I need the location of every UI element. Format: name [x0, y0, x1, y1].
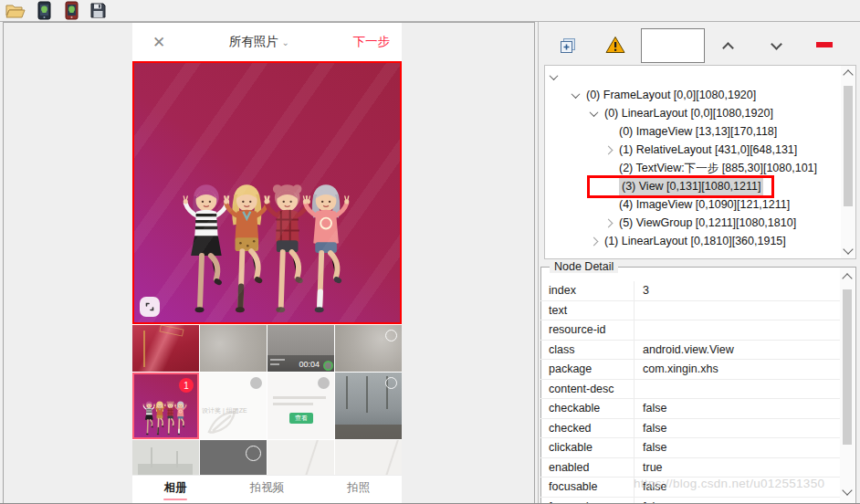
- expand-crop-icon[interactable]: [140, 297, 160, 317]
- tree-chevron-icon[interactable]: [590, 236, 599, 246]
- tree-node-imageview[interactable]: (0) ImageView [13,13][170,118]: [545, 122, 840, 141]
- view-button-art: 查看: [289, 413, 313, 424]
- scroll-down-icon[interactable]: [843, 244, 853, 254]
- open-folder-icon[interactable]: [5, 3, 26, 18]
- photo-thumbnail[interactable]: [132, 440, 199, 475]
- navigate-up-icon[interactable]: [722, 42, 734, 54]
- node-detail-title: Node Detail: [550, 260, 618, 273]
- selected-photo-thumbnail[interactable]: 1: [132, 373, 199, 439]
- video-duration: 00:04: [299, 360, 320, 369]
- video-thumbnail[interactable]: 00:04: [267, 325, 334, 372]
- tree-node-root[interactable]: [545, 68, 840, 86]
- panel-divider[interactable]: [538, 22, 539, 504]
- video-badge-icon: [323, 361, 333, 371]
- photo-thumbnail[interactable]: [132, 325, 199, 372]
- chevron-down-icon: ⌄: [282, 37, 289, 47]
- selected-node-highlight: [587, 175, 774, 198]
- detail-scrollbar[interactable]: [840, 268, 855, 503]
- device-screenshot-alt-icon[interactable]: [63, 1, 80, 20]
- select-circle-icon[interactable]: [246, 446, 261, 461]
- detail-row-checkable[interactable]: checkablefalse: [540, 399, 840, 419]
- view-hierarchy-tree: (0) FrameLayout [0,0][1080,1920] (0) Lin…: [544, 65, 856, 259]
- photo-thumbnail[interactable]: [200, 325, 267, 372]
- scroll-down-icon[interactable]: [842, 485, 852, 495]
- scrollbar-thumb[interactable]: [844, 86, 853, 206]
- photo-picker-header: ✕ 所有照片 ⌄ 下一步: [132, 23, 402, 61]
- tree-chevron-icon[interactable]: [550, 71, 559, 80]
- detail-row-text[interactable]: text: [540, 301, 840, 321]
- tab-shoot-video[interactable]: 拍视频: [250, 480, 285, 500]
- tree-scrollbar[interactable]: [841, 66, 855, 258]
- photo-grid-row-3: [132, 440, 402, 475]
- album-title[interactable]: 所有照片 ⌄: [165, 34, 352, 50]
- tree-node-linearlayout-2[interactable]: (1) LinearLayout [0,1810][360,1915]: [545, 232, 840, 250]
- save-icon[interactable]: [90, 3, 106, 18]
- detail-row-package[interactable]: packagecom.xingin.xhs: [540, 360, 840, 380]
- select-circle-icon[interactable]: [385, 330, 397, 341]
- scrollbar-thumb[interactable]: [843, 289, 852, 445]
- tab-take-photo[interactable]: 拍照: [347, 480, 371, 500]
- photo-thumbnail[interactable]: [200, 440, 267, 475]
- photo-thumbnail[interactable]: [335, 373, 402, 439]
- photo-gradient: [134, 63, 400, 322]
- node-detail-table: index3 text resource-id classandroid.vie…: [540, 281, 840, 504]
- csdn-watermark: https://blog.csdn.net/u012551350: [634, 477, 824, 490]
- photo-thumbnail[interactable]: [335, 440, 402, 475]
- detail-row-index[interactable]: index3: [540, 281, 840, 301]
- tree-chevron-icon[interactable]: [590, 108, 599, 117]
- photo-grid-row-2: 1 设计奖 | 组团ZE 查看: [132, 373, 402, 439]
- tree-node-imageview-4[interactable]: (4) ImageView [0,1090][121,1211]: [545, 195, 840, 214]
- detail-row-clickable[interactable]: clickablefalse: [540, 438, 840, 458]
- collapse-minus-icon[interactable]: [816, 42, 833, 47]
- thumb-caption: 设计奖 | 组团ZE: [202, 406, 247, 415]
- next-step-button[interactable]: 下一步: [353, 34, 391, 50]
- detail-row-checked[interactable]: checkedfalse: [540, 419, 840, 439]
- bottom-tab-bar: 相册 拍视频 拍照: [132, 475, 402, 504]
- scroll-up-icon[interactable]: [842, 273, 852, 283]
- tree-node-viewgroup[interactable]: (5) ViewGroup [0,1211][1080,1810]: [545, 214, 840, 232]
- detail-row-class[interactable]: classandroid.view.View: [540, 341, 840, 361]
- tree-chevron-icon[interactable]: [604, 145, 614, 154]
- detail-row-resource-id[interactable]: resource-id: [540, 320, 840, 341]
- select-circle-icon[interactable]: [250, 377, 262, 389]
- selection-count-badge: 1: [179, 378, 194, 393]
- photo-thumbnail[interactable]: 设计奖 | 组团ZE: [200, 373, 267, 439]
- expand-all-icon[interactable]: [559, 37, 577, 58]
- photo-thumbnail[interactable]: 查看: [267, 373, 334, 439]
- photo-grid-row-1: 00:04: [132, 325, 402, 372]
- select-circle-icon[interactable]: [318, 377, 330, 389]
- select-circle-icon[interactable]: [385, 377, 397, 389]
- detail-row-enabled[interactable]: enabledtrue: [540, 458, 840, 478]
- tree-node-framelayout[interactable]: (0) FrameLayout [0,0][1080,1920]: [545, 86, 840, 104]
- tree-node-relativelayout[interactable]: (1) RelativeLayout [431,0][648,131]: [545, 141, 840, 159]
- tree-node-linearlayout[interactable]: (0) LinearLayout [0,0][1080,1920]: [545, 104, 840, 122]
- warning-icon[interactable]: [605, 36, 625, 57]
- photo-thumbnail[interactable]: [335, 325, 402, 372]
- detail-row-content-desc[interactable]: content-desc: [540, 380, 840, 400]
- tree-node-textview[interactable]: (2) TextView:下一步 [885,30][1080,101]: [545, 159, 840, 177]
- scroll-up-icon[interactable]: [843, 69, 853, 79]
- photo-thumbnail[interactable]: [267, 440, 334, 475]
- app-toolbar: [0, 0, 860, 21]
- device-screenshot-icon[interactable]: [36, 1, 53, 20]
- tab-album[interactable]: 相册: [163, 480, 187, 500]
- close-icon[interactable]: ✕: [152, 33, 165, 52]
- tree-chevron-icon[interactable]: [572, 89, 581, 99]
- tree-chevron-icon[interactable]: [604, 218, 614, 227]
- navigate-down-icon[interactable]: [771, 38, 782, 50]
- selected-photo-preview[interactable]: [132, 61, 402, 324]
- tree-filter-input[interactable]: [641, 28, 705, 63]
